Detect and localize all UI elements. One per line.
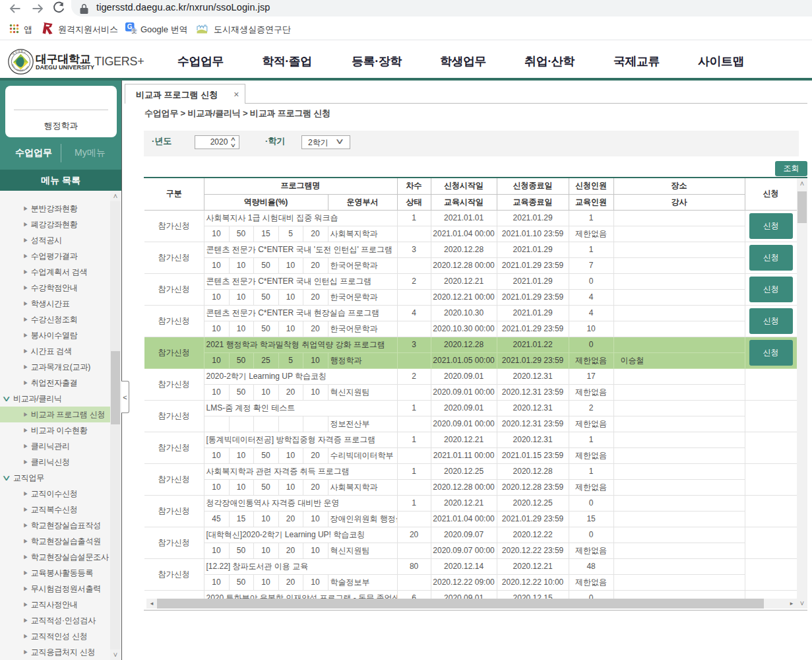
svg-text:文: 文 [132, 28, 137, 34]
